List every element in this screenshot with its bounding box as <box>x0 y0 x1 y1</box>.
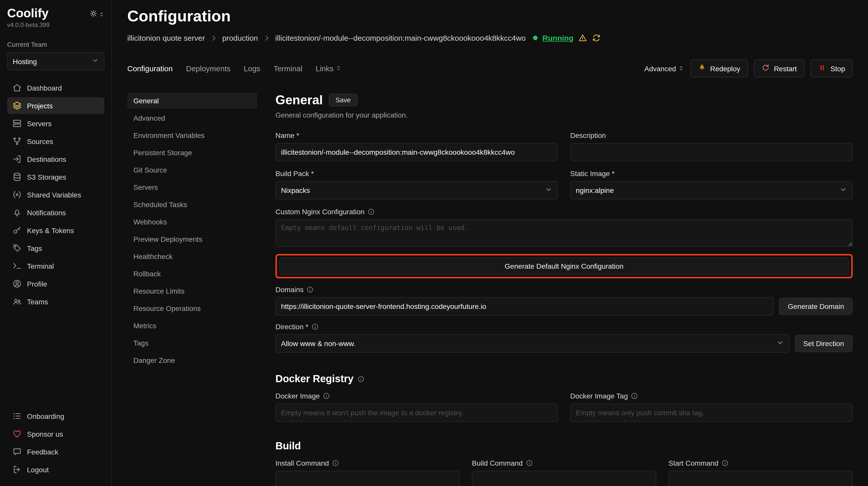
install-command-input[interactable] <box>275 471 460 486</box>
sidebar-item-notifications[interactable]: Notifications <box>7 204 104 221</box>
breadcrumb-environment[interactable]: production <box>222 34 258 42</box>
save-button[interactable]: Save <box>329 94 357 106</box>
build-title: Build <box>275 440 301 452</box>
install-command-field: Install Command <box>275 459 460 486</box>
sort-icon <box>99 10 104 19</box>
domains-input[interactable] <box>275 297 774 316</box>
info-icon[interactable] <box>307 286 314 293</box>
subnav-item-general[interactable]: General <box>127 93 257 109</box>
sidebar-item-dashboard[interactable]: Dashboard <box>7 79 104 96</box>
heart-icon <box>12 429 22 439</box>
subnav-item-danger-zone[interactable]: Danger Zone <box>127 352 257 368</box>
subnav-item-healthcheck[interactable]: Healthcheck <box>127 248 257 265</box>
sidebar-item-sources[interactable]: Sources <box>7 133 104 150</box>
sidebar-item-keys-tokens[interactable]: Keys & Tokens <box>7 222 104 239</box>
redeploy-button[interactable]: Redeploy <box>690 60 748 77</box>
bell-icon <box>12 207 22 217</box>
sidebar-item-feedback[interactable]: Feedback <box>7 443 104 460</box>
info-icon[interactable] <box>358 375 365 383</box>
app-logo[interactable]: Coolify <box>7 6 49 20</box>
refresh-icon[interactable] <box>592 34 601 42</box>
sidebar-item-teams[interactable]: Teams <box>7 293 104 310</box>
docker-registry-heading: Docker Registry <box>275 373 853 385</box>
chevron-down-icon <box>776 339 784 348</box>
info-icon[interactable] <box>323 392 330 399</box>
chevron-down-icon <box>92 57 99 66</box>
breadcrumb-project[interactable]: illicitonion quote server <box>127 34 205 42</box>
static-image-select[interactable]: nginx:alpine <box>570 181 853 199</box>
generate-nginx-config-button[interactable]: Generate Default Nginx Configuration <box>279 258 849 275</box>
stop-icon <box>818 64 826 73</box>
chevron-down-icon <box>839 186 847 195</box>
nginx-config-textarea[interactable] <box>275 219 853 247</box>
tab-deployments[interactable]: Deployments <box>186 64 230 73</box>
sidebar-item-s3-storages[interactable]: S3 Storages <box>7 168 104 185</box>
chevron-right-icon <box>263 34 270 41</box>
sidebar-item-label: Logout <box>27 465 49 474</box>
sidebar-item-projects[interactable]: Projects <box>7 97 104 114</box>
sidebar-item-servers[interactable]: Servers <box>7 115 104 132</box>
subnav-item-resource-limits[interactable]: Resource Limits <box>127 283 257 299</box>
build-pack-select[interactable]: Nixpacks <box>275 181 558 199</box>
team-select[interactable]: Hosting <box>7 53 104 70</box>
advanced-menu[interactable]: Advanced <box>644 64 684 72</box>
sidebar-item-shared-variables[interactable]: Shared Variables <box>7 186 104 203</box>
sidebar-item-label: Tags <box>27 244 42 252</box>
set-direction-button[interactable]: Set Direction <box>795 335 853 352</box>
tab-configuration[interactable]: Configuration <box>127 64 173 73</box>
info-icon[interactable] <box>631 392 638 399</box>
info-icon[interactable] <box>526 459 533 467</box>
info-icon[interactable] <box>332 459 339 467</box>
breadcrumb-application[interactable]: illicitestonion/-module--decomposition:m… <box>275 34 526 42</box>
generate-domain-button[interactable]: Generate Domain <box>779 298 853 315</box>
sidebar-item-terminal[interactable]: Terminal <box>7 258 104 274</box>
subnav-item-rollback[interactable]: Rollback <box>127 266 257 282</box>
subnav-item-servers[interactable]: Servers <box>127 179 257 195</box>
build-pack-label: Build Pack * <box>275 169 314 177</box>
docker-image-tag-field: Docker Image Tag <box>570 392 853 422</box>
checklist-icon <box>12 411 22 421</box>
description-input[interactable] <box>570 143 853 161</box>
sidebar-item-sponsor[interactable]: Sponsor us <box>7 425 104 442</box>
tab-links[interactable]: Links <box>316 64 342 73</box>
sidebar-item-destinations[interactable]: Destinations <box>7 151 104 167</box>
subnav-item-resource-operations[interactable]: Resource Operations <box>127 300 257 317</box>
docker-image-tag-input[interactable] <box>570 403 853 422</box>
stop-button[interactable]: Stop <box>810 60 853 77</box>
build-command-label: Build Command <box>472 459 523 467</box>
theme-toggle[interactable] <box>90 10 104 19</box>
docker-image-input[interactable] <box>275 403 558 422</box>
docker-image-label: Docker Image <box>275 392 320 400</box>
settings-subnav: General Advanced Environment Variables P… <box>127 93 257 486</box>
chevron-right-icon <box>210 34 217 41</box>
restart-button[interactable]: Restart <box>754 60 804 77</box>
subnav-item-webhooks[interactable]: Webhooks <box>127 214 257 230</box>
subnav-item-environment-variables[interactable]: Environment Variables <box>127 127 257 143</box>
tab-logs[interactable]: Logs <box>244 64 260 73</box>
info-icon[interactable] <box>311 323 318 330</box>
direction-select[interactable]: Allow www & non-www. <box>275 334 789 353</box>
sidebar-item-logout[interactable]: Logout <box>7 461 104 478</box>
name-input[interactable] <box>275 143 558 161</box>
subnav-item-tags[interactable]: Tags <box>127 335 257 351</box>
annotation-highlight: Generate Default Nginx Configuration <box>275 254 853 279</box>
subnav-item-git-source[interactable]: Git Source <box>127 162 257 178</box>
sidebar-item-tags[interactable]: Tags <box>7 240 104 257</box>
tab-terminal[interactable]: Terminal <box>274 64 302 73</box>
start-command-input[interactable] <box>669 471 853 486</box>
start-command-field: Start Command <box>669 459 853 486</box>
subnav-item-advanced[interactable]: Advanced <box>127 110 257 126</box>
info-icon[interactable] <box>368 208 375 215</box>
tab-label: Deployments <box>186 64 230 73</box>
sidebar-item-label: Shared Variables <box>27 191 81 199</box>
subnav-item-metrics[interactable]: Metrics <box>127 318 257 334</box>
status-badge[interactable]: Running <box>542 34 574 42</box>
info-icon[interactable] <box>721 459 728 467</box>
subnav-item-preview-deployments[interactable]: Preview Deployments <box>127 231 257 247</box>
subnav-item-scheduled-tasks[interactable]: Scheduled Tasks <box>127 196 257 213</box>
sidebar-item-onboarding[interactable]: Onboarding <box>7 408 104 424</box>
build-command-input[interactable] <box>472 471 656 486</box>
subnav-item-persistent-storage[interactable]: Persistent Storage <box>127 144 257 161</box>
sidebar-item-profile[interactable]: Profile <box>7 275 104 292</box>
nginx-config-field: Custom Nginx Configuration <box>275 207 853 249</box>
